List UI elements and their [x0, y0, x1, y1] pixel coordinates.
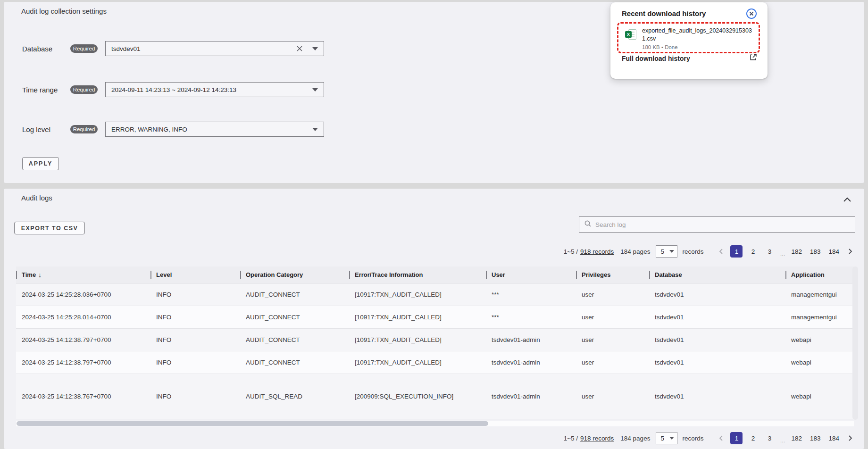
- file-meta: 180 KB • Done: [642, 44, 755, 50]
- page-button-1[interactable]: 1: [730, 245, 743, 258]
- cell-user: tsdvdev01-admin: [486, 359, 576, 366]
- table-row[interactable]: 2024-03-25 14:12:38.767+0700 INFO AUDIT_…: [16, 374, 854, 419]
- page-ellipsis: …: [780, 251, 785, 258]
- cell-level: INFO: [150, 393, 240, 400]
- page-button-184[interactable]: 184: [826, 432, 841, 444]
- table-row[interactable]: 2024-03-25 14:25:28.036+0700 INFO AUDIT_…: [16, 283, 854, 306]
- column-header-application[interactable]: Application: [785, 266, 854, 283]
- clear-icon[interactable]: [296, 45, 303, 52]
- database-input[interactable]: [111, 45, 296, 52]
- page-size-select[interactable]: 5: [656, 245, 677, 258]
- horizontal-scrollbar[interactable]: [17, 421, 488, 426]
- database-combobox[interactable]: [105, 41, 324, 56]
- time-range-label: Time range: [22, 86, 70, 94]
- cell-error-trace: [10917:TXN_AUDIT_CALLED]: [349, 359, 486, 366]
- search-icon: [584, 220, 592, 229]
- cell-error-trace: [200909:SQL_EXECUTION_INFO]: [349, 393, 486, 400]
- cell-privileges: user: [576, 393, 649, 400]
- close-icon[interactable]: [745, 7, 758, 20]
- export-to-csv-button[interactable]: EXPORT TO CSV: [14, 222, 85, 234]
- downloaded-file-item[interactable]: X exported_file_audit_logs_2024032915303…: [617, 22, 760, 53]
- chevron-right-icon[interactable]: [845, 249, 855, 254]
- cell-database: tsdvdev01: [649, 359, 785, 366]
- apply-button[interactable]: APPLY: [22, 157, 59, 170]
- chevron-down-icon[interactable]: [312, 128, 318, 131]
- page-button-182[interactable]: 182: [789, 245, 804, 258]
- cell-time: 2024-03-25 14:25:28.014+0700: [16, 314, 150, 321]
- required-badge: Required: [70, 85, 98, 94]
- chevron-right-icon[interactable]: [845, 435, 855, 441]
- page-button-2[interactable]: 2: [747, 245, 759, 258]
- cell-operation-category: AUDIT_SQL_READ: [240, 393, 349, 400]
- chevron-down-icon[interactable]: [312, 47, 318, 50]
- column-header-time[interactable]: Time↓: [16, 266, 150, 283]
- page-button-1[interactable]: 1: [730, 432, 743, 444]
- chevron-down-icon: [669, 250, 674, 253]
- column-header-database[interactable]: Database: [649, 266, 785, 283]
- audit-logs-table: Time↓ Level Operation Category Error/Tra…: [16, 266, 854, 419]
- column-header-level[interactable]: Level: [150, 266, 240, 283]
- time-range-select[interactable]: 2024-09-11 14:23:13 ~ 2024-09-12 14:23:1…: [105, 82, 324, 97]
- chevron-down-icon[interactable]: [312, 88, 318, 91]
- log-level-field-row: Log level Required ERROR, WARNING, INFO: [22, 122, 324, 137]
- cell-operation-category: AUDIT_CONNECT: [240, 291, 349, 298]
- cell-user: tsdvdev01-admin: [486, 336, 576, 343]
- page-button-2[interactable]: 2: [747, 432, 759, 444]
- required-badge: Required: [70, 125, 98, 133]
- page-size-value: 5: [660, 435, 669, 442]
- cell-database: tsdvdev01: [649, 336, 785, 343]
- recent-download-popup: Recent download history X exported_file_…: [610, 2, 768, 79]
- page-button-182[interactable]: 182: [789, 432, 804, 444]
- page-button-3[interactable]: 3: [763, 245, 776, 258]
- audit-logs-title: Audit logs: [21, 194, 52, 202]
- cell-error-trace: [10917:TXN_AUDIT_CALLED]: [349, 336, 486, 343]
- cell-error-trace: [10917:TXN_AUDIT_CALLED]: [349, 291, 486, 298]
- chevron-up-icon[interactable]: [843, 195, 851, 204]
- cell-operation-category: AUDIT_CONNECT: [240, 336, 349, 343]
- chevron-down-icon: [669, 437, 674, 440]
- pages-count: 184 pages: [620, 435, 650, 442]
- table-row[interactable]: 2024-03-25 14:25:28.014+0700 INFO AUDIT_…: [16, 306, 854, 329]
- cell-application: managementgui: [785, 291, 854, 298]
- records-link[interactable]: 918 records: [580, 435, 614, 442]
- cell-level: INFO: [150, 336, 240, 343]
- cell-user: tsdvdev01-admin: [486, 393, 576, 400]
- cell-application: webapi: [785, 359, 854, 366]
- table-row[interactable]: 2024-03-25 14:12:38.797+0700 INFO AUDIT_…: [16, 329, 854, 351]
- records-label: records: [682, 435, 703, 442]
- table-row[interactable]: 2024-03-25 14:12:38.797+0700 INFO AUDIT_…: [16, 351, 854, 374]
- external-link-icon[interactable]: [749, 53, 757, 63]
- record-range: 1~5 /: [564, 248, 578, 255]
- vertical-scrollbar[interactable]: [852, 266, 858, 420]
- page-size-select[interactable]: 5: [656, 432, 677, 444]
- full-download-history-link[interactable]: Full download history: [622, 55, 690, 62]
- column-header-operation-category[interactable]: Operation Category: [240, 266, 349, 283]
- page-button-184[interactable]: 184: [826, 245, 841, 258]
- column-divider: [576, 271, 577, 279]
- page-size-value: 5: [660, 248, 669, 255]
- column-header-privileges[interactable]: Privileges: [576, 266, 649, 283]
- database-field-row: Database Required: [22, 41, 324, 56]
- page-button-3[interactable]: 3: [763, 432, 776, 444]
- records-link[interactable]: 918 records: [580, 248, 614, 255]
- file-info: exported_file_audit_logs_20240329153031.…: [642, 27, 755, 52]
- cell-time: 2024-03-25 14:12:38.797+0700: [16, 359, 150, 366]
- chevron-left-icon[interactable]: [717, 249, 726, 254]
- log-level-select[interactable]: ERROR, WARNING, INFO: [105, 122, 324, 137]
- column-header-user[interactable]: User: [486, 266, 576, 283]
- log-level-label: Log level: [22, 125, 70, 133]
- chevron-left-icon[interactable]: [717, 435, 726, 441]
- page-button-183[interactable]: 183: [808, 245, 823, 258]
- cell-operation-category: AUDIT_CONNECT: [240, 314, 349, 321]
- search-input[interactable]: [595, 221, 850, 228]
- cell-time: 2024-03-25 14:12:38.797+0700: [16, 336, 150, 343]
- column-header-error-trace[interactable]: Error/Trace Information: [349, 266, 486, 283]
- sort-desc-icon[interactable]: ↓: [38, 271, 42, 279]
- column-divider: [349, 271, 350, 279]
- table-header-row: Time↓ Level Operation Category Error/Tra…: [16, 266, 854, 283]
- cell-application: webapi: [785, 393, 854, 400]
- pagination-bottom: 1~5 / 918 records 184 pages 5 records 1 …: [564, 431, 855, 445]
- cell-privileges: user: [576, 314, 649, 321]
- pager: 1 2 3 … 182 183 184: [717, 245, 855, 258]
- page-button-183[interactable]: 183: [808, 432, 823, 444]
